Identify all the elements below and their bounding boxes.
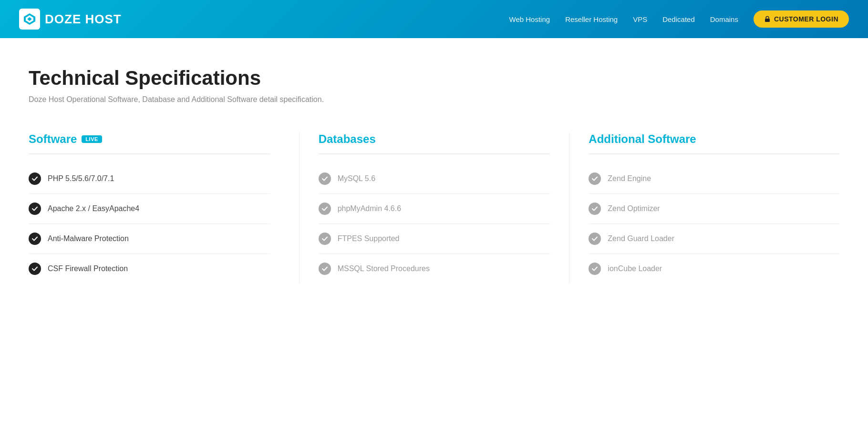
check-icon (29, 172, 41, 185)
page-title: Technical Specifications (29, 67, 839, 90)
lock-icon (764, 16, 771, 22)
spec-label: MSSQL Stored Procedures (338, 264, 430, 273)
databases-column: Databases MySQL 5.6 phpMyAdmin 4.6.6 FTP… (299, 132, 569, 284)
check-icon (29, 233, 41, 245)
list-item: ionCube Loader (589, 254, 839, 284)
list-item: Zend Optimizer (589, 194, 839, 224)
check-icon (319, 203, 331, 215)
check-icon (29, 263, 41, 275)
spec-label: Anti-Malware Protection (48, 234, 129, 243)
check-icon (589, 263, 601, 275)
spec-label: Zend Engine (608, 174, 651, 183)
customer-login-button[interactable]: CUSTOMER LOGIN (754, 10, 849, 28)
check-icon (589, 233, 601, 245)
main-content: Technical Specifications Doze Host Opera… (0, 38, 868, 322)
check-icon (29, 203, 41, 215)
nav-domains[interactable]: Domains (710, 15, 738, 23)
logo-link[interactable]: DOZE HOST (19, 9, 122, 30)
list-item: MSSQL Stored Procedures (319, 254, 550, 284)
nav-dedicated[interactable]: Dedicated (662, 15, 695, 23)
spec-label: PHP 5.5/5.6/7.0/7.1 (48, 174, 114, 183)
check-icon (319, 233, 331, 245)
list-item: Apache 2.x / EasyApache4 (29, 194, 270, 224)
site-header: DOZE HOST Web Hosting Reseller Hosting V… (0, 0, 868, 38)
check-icon (319, 172, 331, 185)
databases-header: Databases (319, 132, 550, 154)
software-column: Software LIVE PHP 5.5/5.6/7.0/7.1 Apache… (29, 132, 299, 284)
check-icon (589, 172, 601, 185)
logo-icon (19, 9, 40, 30)
nav-reseller-hosting[interactable]: Reseller Hosting (565, 15, 618, 23)
spec-label: MySQL 5.6 (338, 174, 375, 183)
spec-label: FTPES Supported (338, 234, 400, 243)
list-item: MySQL 5.6 (319, 164, 550, 194)
software-title: Software (29, 132, 77, 146)
list-item: Zend Guard Loader (589, 224, 839, 254)
spec-label: Zend Optimizer (608, 204, 660, 213)
nav-web-hosting[interactable]: Web Hosting (509, 15, 550, 23)
list-item: PHP 5.5/5.6/7.0/7.1 (29, 164, 270, 194)
spec-label: CSF Firewall Protection (48, 264, 128, 273)
spec-label: Apache 2.x / EasyApache4 (48, 204, 139, 213)
additional-header: Additional Software (589, 132, 839, 154)
page-subtitle: Doze Host Operational Software, Database… (29, 95, 839, 104)
databases-title: Databases (319, 132, 376, 146)
additional-title: Additional Software (589, 132, 696, 146)
check-icon (319, 263, 331, 275)
spec-label: phpMyAdmin 4.6.6 (338, 204, 401, 213)
list-item: Zend Engine (589, 164, 839, 194)
list-item: FTPES Supported (319, 224, 550, 254)
additional-software-column: Additional Software Zend Engine Zend Opt… (569, 132, 839, 284)
nav-vps[interactable]: VPS (633, 15, 647, 23)
specs-grid: Software LIVE PHP 5.5/5.6/7.0/7.1 Apache… (29, 132, 839, 284)
spec-label: Zend Guard Loader (608, 234, 674, 243)
live-badge: LIVE (82, 135, 102, 143)
list-item: phpMyAdmin 4.6.6 (319, 194, 550, 224)
check-icon (589, 203, 601, 215)
spec-label: ionCube Loader (608, 264, 662, 273)
software-header: Software LIVE (29, 132, 270, 154)
logo-text: DOZE HOST (45, 12, 122, 27)
svg-rect-3 (765, 19, 770, 22)
main-nav: Web Hosting Reseller Hosting VPS Dedicat… (509, 10, 849, 28)
list-item: CSF Firewall Protection (29, 254, 270, 284)
list-item: Anti-Malware Protection (29, 224, 270, 254)
